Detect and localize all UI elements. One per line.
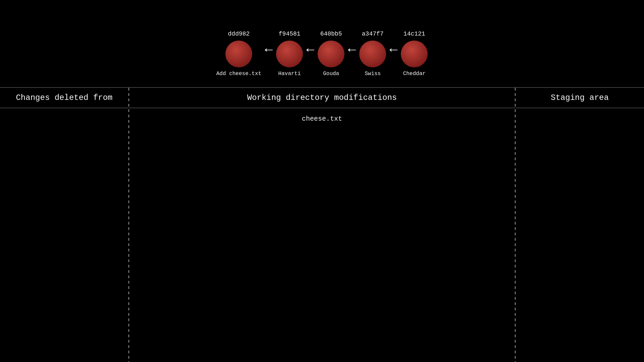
commit-circle-14c121[interactable]	[401, 41, 428, 67]
commit-id-14c121: 14c121	[404, 31, 425, 37]
arrow-f94581: ←	[306, 44, 314, 57]
commit-ddd982: ddd982Add cheese.txt	[216, 31, 261, 77]
commit-circle-640bb5[interactable]	[318, 41, 344, 67]
arrow-640bb5: ←	[348, 44, 356, 57]
commit-name-ddd982: Add cheese.txt	[216, 71, 261, 77]
commit-name-a347f7: Swiss	[365, 71, 381, 77]
col-working-body: cheese.txt	[129, 108, 515, 129]
commit-name-640bb5: Gouda	[323, 71, 339, 77]
working-item: cheese.txt	[129, 115, 515, 123]
commit-name-14c121: Cheddar	[403, 71, 426, 77]
col-deleted-body	[0, 108, 128, 122]
commit-14c121: 14c121Cheddar	[401, 31, 428, 77]
git-graph: ddd982Add cheese.txt←f94581Havarti←v0.16…	[0, 0, 644, 87]
commit-name-f94581: Havarti	[278, 71, 301, 77]
commit-id-a347f7: a347f7	[362, 31, 384, 37]
col-staging-header: Staging area	[516, 88, 644, 108]
commit-id-640bb5: 640bb5	[320, 31, 342, 37]
col-staging: Staging area	[516, 88, 644, 362]
col-working: Working directory modifications cheese.t…	[129, 88, 515, 362]
arrow-a347f7: ←	[389, 44, 397, 57]
commit-640bb5: v0.1640bb5Gouda	[318, 31, 344, 77]
col-deleted: Changes deleted from	[0, 88, 128, 362]
arrow-ddd982: ←	[265, 44, 273, 57]
commit-id-f94581: f94581	[279, 31, 301, 37]
commit-id-ddd982: ddd982	[228, 31, 250, 37]
col-deleted-header: Changes deleted from	[0, 88, 128, 108]
changes-table: Changes deleted from Working directory m…	[0, 88, 644, 362]
commit-circle-f94581[interactable]	[276, 41, 303, 67]
commit-a347f7: mainHEADa347f7Swiss	[359, 31, 386, 77]
col-staging-body	[516, 108, 644, 122]
col-working-header: Working directory modifications	[129, 88, 515, 108]
commit-f94581: f94581Havarti	[276, 31, 303, 77]
commit-circle-ddd982[interactable]	[225, 41, 252, 67]
commit-circle-a347f7[interactable]	[359, 41, 386, 67]
